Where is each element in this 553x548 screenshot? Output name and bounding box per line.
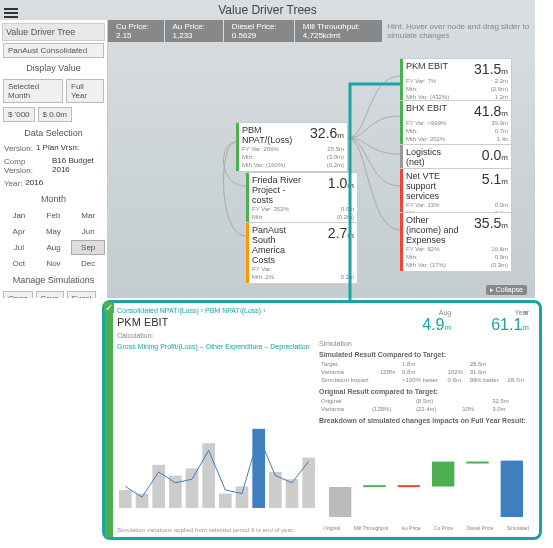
node-bhx[interactable]: BHX EBIT 41.8m FY Var: >999%39.9m Mth:0.… xyxy=(400,100,512,146)
sec2-header: Original Result compared to Target: xyxy=(319,388,529,395)
node-pkm[interactable]: PKM EBIT 31.5m FY Var: 7%2.2m Mth:(2.9m)… xyxy=(400,58,512,104)
month-sep[interactable]: Sep xyxy=(71,240,105,255)
waterfall-labels: OriginalMill ThroughputAu PriceCu PriceD… xyxy=(323,525,529,531)
month-grid: JanFebMarAprMayJunJulAugSepOctNovDec xyxy=(2,208,105,271)
collapse-button[interactable]: ▸ Collapse xyxy=(486,285,527,295)
node-panam[interactable]: PanAust South America Costs 2.7m FY Var:… xyxy=(246,222,358,284)
display-value-header: Display Value xyxy=(2,60,105,76)
app-title: Value Driver Trees xyxy=(0,3,535,17)
month-aug[interactable]: Aug xyxy=(37,240,71,255)
svg-rect-16 xyxy=(432,462,454,487)
check-icon: ✓ xyxy=(104,302,114,313)
month-feb[interactable]: Feb xyxy=(37,208,71,223)
month-mar[interactable]: Mar xyxy=(71,208,105,223)
svg-rect-9 xyxy=(252,429,265,508)
svg-rect-12 xyxy=(302,458,315,508)
chart-note: Simulation variations applied from selec… xyxy=(117,527,294,533)
selected-month-btn[interactable]: Selected Month xyxy=(3,79,63,103)
node-pbm[interactable]: PBM NPAT/(Loss) 32.6m FY Var: 206%25.5m … xyxy=(236,122,348,172)
svg-rect-6 xyxy=(202,443,215,508)
node-other[interactable]: Other (income) and Expenses 35.5m FY Var… xyxy=(400,212,512,272)
status-bar-icon xyxy=(400,59,403,103)
unit-thousand-btn[interactable]: $ '000 xyxy=(3,107,35,122)
month-dec[interactable]: Dec xyxy=(71,256,105,271)
sec3-header: Breakdown of simulated changes impacts o… xyxy=(319,417,529,424)
compversion-label: Comp Version: xyxy=(2,156,51,176)
entity-select[interactable]: PanAust Consolidated xyxy=(3,43,104,58)
monthly-chart xyxy=(117,413,317,523)
svg-rect-15 xyxy=(398,485,420,487)
unit-million-btn[interactable]: $ 0.0m xyxy=(38,107,72,122)
close-icon[interactable]: ✕ xyxy=(523,309,529,317)
open-button[interactable]: Open xyxy=(3,291,33,298)
svg-rect-2 xyxy=(136,494,149,508)
detail-accent-bar xyxy=(105,303,113,537)
month-jul[interactable]: Jul xyxy=(2,240,36,255)
table-orig-target: Original(8.5m)32.5mVariance(128%)(22.4m)… xyxy=(319,397,529,413)
status-bar-icon xyxy=(400,101,403,145)
detail-panel: ✓ Consolidated NPAT/(Loss) › PBM NPAT/(L… xyxy=(102,300,542,540)
svg-rect-17 xyxy=(466,462,488,464)
month-header: Month xyxy=(2,191,105,207)
svg-rect-13 xyxy=(329,487,351,517)
manage-sim-header: Manage Simulations xyxy=(2,272,105,288)
data-selection-header: Data Selection xyxy=(2,125,105,141)
simulation-label: Simulation xyxy=(319,340,352,347)
node-frieda[interactable]: Frieda River Project - costs 1.0m FY Var… xyxy=(246,172,358,224)
month-may[interactable]: May xyxy=(37,224,71,239)
metric-aug: Aug 4.9m xyxy=(422,309,451,334)
compversion-value: B16 Budget 2016 xyxy=(52,156,105,176)
svg-rect-18 xyxy=(501,461,523,517)
svg-rect-1 xyxy=(119,490,132,508)
table-sim-target: Target1.8m28.5mVariance158%0.8m102%31.6m… xyxy=(319,360,529,384)
svg-rect-14 xyxy=(363,485,385,487)
status-bar-icon xyxy=(400,213,403,271)
version-label: Version: xyxy=(2,143,35,154)
status-bar-icon xyxy=(400,145,403,169)
svg-rect-3 xyxy=(152,465,165,508)
month-jun[interactable]: Jun xyxy=(71,224,105,239)
tree-canvas[interactable]: PBM NPAT/(Loss) 32.6m FY Var: 206%25.5m … xyxy=(108,36,535,298)
svg-rect-8 xyxy=(236,486,249,508)
waterfall-chart xyxy=(323,455,529,519)
full-year-btn[interactable]: Full Year xyxy=(66,79,104,103)
version-value: 1 Plan Vrsn: xyxy=(36,143,79,154)
svg-rect-5 xyxy=(186,468,199,508)
save-button[interactable]: Save xyxy=(36,291,64,298)
svg-rect-11 xyxy=(286,479,299,508)
status-bar-icon xyxy=(236,123,239,171)
app-window: Value Driver Trees Cu Price: 2.15 Au Pri… xyxy=(0,0,535,298)
month-nov[interactable]: Nov xyxy=(37,256,71,271)
year-label: Year: xyxy=(2,178,24,189)
sec1-header: Simulated Result Compared to Target: xyxy=(319,351,529,358)
year-value: 2016 xyxy=(25,178,43,189)
month-apr[interactable]: Apr xyxy=(2,224,36,239)
tree-header: Value Driver Tree xyxy=(2,23,105,41)
svg-rect-7 xyxy=(219,494,232,508)
month-jan[interactable]: Jan xyxy=(2,208,36,223)
excel-button[interactable]: Excel xyxy=(67,291,97,298)
status-bar-icon xyxy=(246,223,249,283)
node-logistics[interactable]: Logistics (net) 0.0m xyxy=(400,144,512,170)
status-bar-icon xyxy=(246,173,249,223)
sidebar: Value Driver Tree PanAust Consolidated D… xyxy=(0,20,108,298)
month-oct[interactable]: Oct xyxy=(2,256,36,271)
